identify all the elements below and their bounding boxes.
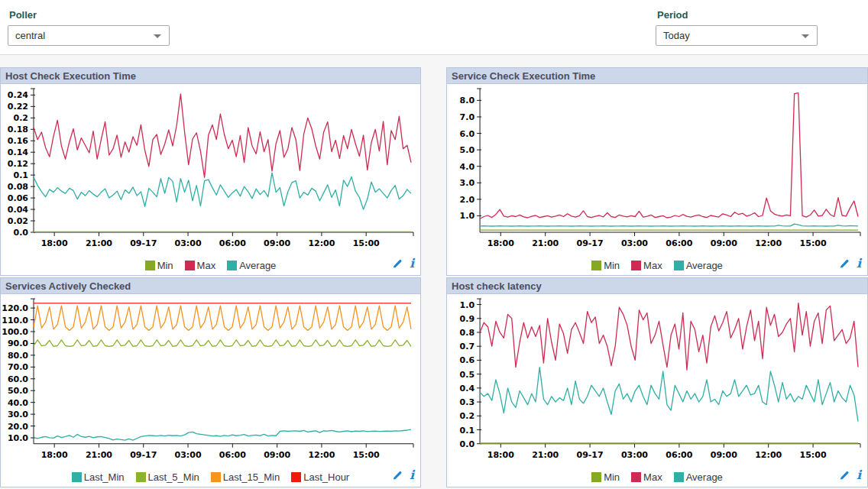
legend-item-last_5_min: Last_5_Min xyxy=(136,471,199,483)
info-icon[interactable]: i xyxy=(857,470,861,481)
svg-text:70.0: 70.0 xyxy=(8,362,28,372)
svg-text:80.0: 80.0 xyxy=(8,351,28,361)
legend-label: Min xyxy=(157,260,173,271)
legend-label: Average xyxy=(239,260,276,271)
legend: MinMaxAverage xyxy=(145,260,277,271)
svg-text:0.08: 0.08 xyxy=(8,182,28,192)
poller-select-value: central xyxy=(15,30,45,41)
chart-canvas-host-check-execution-time: 0.00.020.040.060.080.10.120.140.160.180.… xyxy=(1,84,420,255)
svg-text:03:00: 03:00 xyxy=(175,238,202,248)
legend: Last_MinLast_5_MinLast_15_MinLast_Hour xyxy=(72,471,349,483)
svg-text:0.12: 0.12 xyxy=(8,159,28,169)
svg-text:21:00: 21:00 xyxy=(532,450,559,460)
svg-text:18:00: 18:00 xyxy=(487,450,514,460)
period-select-value: Today xyxy=(663,30,690,41)
svg-text:0.16: 0.16 xyxy=(8,136,28,146)
legend-item-last_hour: Last_Hour xyxy=(291,471,349,483)
legend-label: Last_Min xyxy=(84,471,125,483)
edit-pencil-icon[interactable] xyxy=(392,258,403,269)
svg-text:40.0: 40.0 xyxy=(8,398,28,408)
svg-text:90.0: 90.0 xyxy=(8,338,28,348)
page-root: Poller central Period Today Host Check E… xyxy=(0,0,868,487)
svg-text:0.1: 0.1 xyxy=(460,426,475,436)
legend-swatch-max xyxy=(631,472,641,482)
svg-text:15:00: 15:00 xyxy=(353,450,380,460)
legend-label: Last_5_Min xyxy=(148,471,199,483)
info-icon[interactable]: i xyxy=(410,470,414,481)
legend: MinMaxAverage xyxy=(591,471,723,483)
svg-text:0.2: 0.2 xyxy=(460,411,475,421)
svg-text:100.0: 100.0 xyxy=(2,327,28,337)
legend-item-max: Max xyxy=(631,471,662,483)
svg-text:12:00: 12:00 xyxy=(755,238,782,248)
info-icon[interactable]: i xyxy=(857,258,861,269)
svg-text:03:00: 03:00 xyxy=(175,450,202,460)
legend-label: Min xyxy=(604,471,620,483)
svg-text:110.0: 110.0 xyxy=(2,316,28,325)
svg-text:09:00: 09:00 xyxy=(264,450,290,460)
svg-text:4.0: 4.0 xyxy=(460,162,475,172)
svg-text:8.0: 8.0 xyxy=(460,96,475,105)
svg-text:15:00: 15:00 xyxy=(800,450,827,460)
svg-text:0.02: 0.02 xyxy=(8,216,28,226)
svg-text:3.0: 3.0 xyxy=(460,178,475,188)
legend-label: Last_15_Min xyxy=(223,471,280,483)
svg-text:0.4: 0.4 xyxy=(460,384,475,393)
svg-text:15:00: 15:00 xyxy=(800,238,827,248)
legend-swatch-average xyxy=(674,472,684,482)
svg-text:12:00: 12:00 xyxy=(308,238,335,248)
legend-label: Min xyxy=(604,260,620,271)
svg-text:15:00: 15:00 xyxy=(353,238,380,248)
svg-text:5.0: 5.0 xyxy=(460,145,475,155)
chart-area: 0.00.020.040.060.080.10.120.140.160.180.… xyxy=(1,84,420,255)
svg-text:0.22: 0.22 xyxy=(8,102,28,112)
svg-text:06:00: 06:00 xyxy=(666,238,692,248)
edit-pencil-icon[interactable] xyxy=(392,470,403,481)
period-select[interactable]: Today xyxy=(656,25,818,46)
poller-select[interactable]: central xyxy=(8,25,170,46)
edit-pencil-icon[interactable] xyxy=(839,258,850,269)
svg-text:09-17: 09-17 xyxy=(130,450,157,460)
svg-text:0.0: 0.0 xyxy=(460,439,475,449)
period-label: Period xyxy=(657,9,818,21)
svg-text:0.6: 0.6 xyxy=(460,355,475,365)
legend-swatch-last_min xyxy=(72,472,82,482)
legend-item-last_15_min: Last_15_Min xyxy=(211,471,280,483)
chart-title: Service Check Execution Time xyxy=(447,68,867,84)
svg-text:7.0: 7.0 xyxy=(460,112,475,122)
svg-text:09:00: 09:00 xyxy=(711,238,737,248)
legend: MinMaxAverage xyxy=(591,260,723,271)
info-icon[interactable]: i xyxy=(410,258,414,269)
edit-pencil-icon[interactable] xyxy=(839,470,850,481)
svg-text:0.5: 0.5 xyxy=(460,370,475,380)
legend-label: Max xyxy=(643,260,662,271)
svg-text:2.0: 2.0 xyxy=(460,195,475,205)
chart-area: 0.00.10.20.30.40.50.60.70.80.91.018:0021… xyxy=(447,294,867,467)
svg-text:0.3: 0.3 xyxy=(460,397,475,407)
legend-item-min: Min xyxy=(145,260,173,271)
svg-text:60.0: 60.0 xyxy=(8,374,28,384)
svg-text:09-17: 09-17 xyxy=(576,450,603,460)
chart-canvas-service-check-execution-time: 1.02.03.04.05.06.07.08.018:0021:0009-170… xyxy=(447,84,867,255)
svg-text:0.24: 0.24 xyxy=(8,90,28,100)
svg-text:1.0: 1.0 xyxy=(460,211,475,221)
svg-text:03:00: 03:00 xyxy=(621,450,648,460)
charts-grid: Host Check Execution Time 0.00.020.040.0… xyxy=(0,67,868,487)
legend-swatch-min xyxy=(591,472,601,482)
legend-item-average: Average xyxy=(227,260,276,271)
legend-swatch-average xyxy=(227,261,237,270)
svg-text:09-17: 09-17 xyxy=(576,238,603,248)
legend-swatch-max xyxy=(185,261,195,270)
chart-canvas-services-actively-checked: 10.020.030.040.050.060.070.080.090.0100.… xyxy=(1,294,420,467)
legend-label: Last_Hour xyxy=(303,471,349,483)
chart-area: 10.020.030.040.050.060.070.080.090.0100.… xyxy=(1,294,420,467)
legend-row: MinMaxAverage i xyxy=(447,467,867,487)
svg-text:18:00: 18:00 xyxy=(41,450,68,460)
panel-icons: i xyxy=(392,258,414,269)
panel-services-actively-checked: Services Actively Checked 10.020.030.040… xyxy=(0,277,421,487)
panel-host-check-latency: Host check latency 0.00.10.20.30.40.50.6… xyxy=(446,277,868,487)
svg-text:12:00: 12:00 xyxy=(308,450,335,460)
legend-item-average: Average xyxy=(674,471,723,483)
svg-text:18:00: 18:00 xyxy=(41,238,68,248)
svg-text:0.1: 0.1 xyxy=(14,170,29,180)
